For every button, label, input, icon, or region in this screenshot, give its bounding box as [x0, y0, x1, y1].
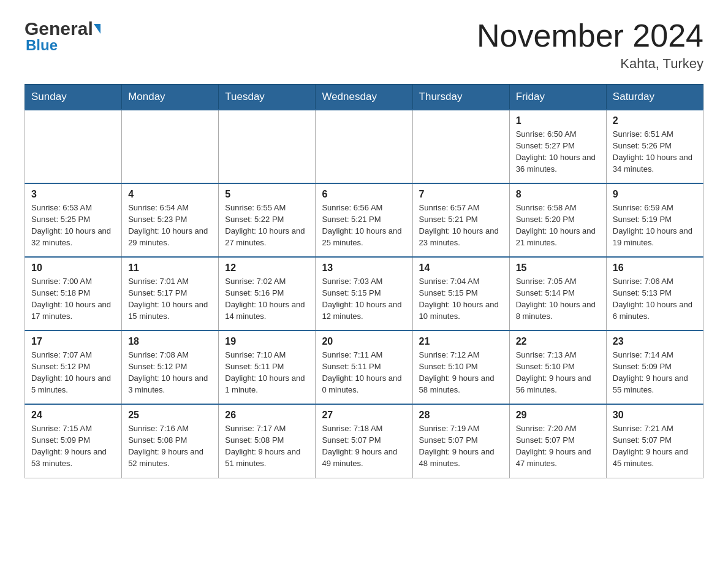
day-number: 2 — [613, 115, 697, 126]
day-number: 25 — [128, 410, 212, 421]
day-number: 7 — [419, 189, 503, 200]
calendar-cell: 9Sunrise: 6:59 AMSunset: 5:19 PMDaylight… — [606, 183, 703, 257]
cell-sun-info: Sunrise: 7:06 AMSunset: 5:13 PMDaylight:… — [613, 276, 697, 322]
calendar-cell: 2Sunrise: 6:51 AMSunset: 5:26 PMDaylight… — [606, 110, 703, 183]
calendar-cell: 26Sunrise: 7:17 AMSunset: 5:08 PMDayligh… — [219, 404, 316, 478]
week-row-5: 24Sunrise: 7:15 AMSunset: 5:09 PMDayligh… — [25, 404, 703, 478]
calendar-cell: 15Sunrise: 7:05 AMSunset: 5:14 PMDayligh… — [509, 257, 606, 331]
calendar-cell: 21Sunrise: 7:12 AMSunset: 5:10 PMDayligh… — [412, 331, 509, 404]
calendar-cell — [316, 110, 412, 183]
weekday-header-sunday: Sunday — [25, 85, 122, 110]
cell-sun-info: Sunrise: 7:15 AMSunset: 5:09 PMDaylight:… — [31, 423, 115, 469]
day-number: 1 — [516, 115, 600, 126]
day-number: 28 — [419, 410, 503, 421]
day-number: 4 — [128, 189, 212, 200]
cell-sun-info: Sunrise: 7:02 AMSunset: 5:16 PMDaylight:… — [225, 276, 309, 322]
cell-sun-info: Sunrise: 7:11 AMSunset: 5:11 PMDaylight:… — [322, 350, 406, 396]
title-area: November 2024 Kahta, Turkey — [477, 18, 703, 72]
day-number: 15 — [516, 262, 600, 274]
weekday-header-row: SundayMondayTuesdayWednesdayThursdayFrid… — [25, 85, 703, 110]
calendar-cell: 5Sunrise: 6:55 AMSunset: 5:22 PMDaylight… — [219, 183, 316, 257]
day-number: 10 — [31, 262, 115, 274]
calendar-cell: 8Sunrise: 6:58 AMSunset: 5:20 PMDaylight… — [509, 183, 606, 257]
day-number: 24 — [31, 410, 115, 421]
page-subtitle: Kahta, Turkey — [477, 56, 703, 72]
page-title: November 2024 — [477, 18, 703, 53]
calendar-cell: 22Sunrise: 7:13 AMSunset: 5:10 PMDayligh… — [509, 331, 606, 404]
logo-general-text: General — [25, 18, 93, 39]
calendar-cell: 6Sunrise: 6:56 AMSunset: 5:21 PMDaylight… — [316, 183, 412, 257]
day-number: 16 — [613, 262, 697, 274]
cell-sun-info: Sunrise: 6:51 AMSunset: 5:26 PMDaylight:… — [613, 129, 697, 175]
calendar-cell: 10Sunrise: 7:00 AMSunset: 5:18 PMDayligh… — [25, 257, 122, 331]
calendar-cell — [122, 110, 219, 183]
calendar-cell: 25Sunrise: 7:16 AMSunset: 5:08 PMDayligh… — [122, 404, 219, 478]
cell-sun-info: Sunrise: 7:10 AMSunset: 5:11 PMDaylight:… — [225, 350, 309, 396]
logo-blue-text: Blue — [26, 37, 58, 54]
calendar-cell: 13Sunrise: 7:03 AMSunset: 5:15 PMDayligh… — [316, 257, 412, 331]
calendar-cell: 7Sunrise: 6:57 AMSunset: 5:21 PMDaylight… — [412, 183, 509, 257]
cell-sun-info: Sunrise: 7:14 AMSunset: 5:09 PMDaylight:… — [613, 350, 697, 396]
cell-sun-info: Sunrise: 6:58 AMSunset: 5:20 PMDaylight:… — [516, 202, 600, 248]
logo: General Blue — [25, 18, 100, 54]
day-number: 9 — [613, 189, 697, 200]
day-number: 29 — [516, 410, 600, 421]
calendar-cell: 28Sunrise: 7:19 AMSunset: 5:07 PMDayligh… — [412, 404, 509, 478]
day-number: 22 — [516, 336, 600, 347]
day-number: 19 — [225, 336, 309, 347]
week-row-2: 3Sunrise: 6:53 AMSunset: 5:25 PMDaylight… — [25, 183, 703, 257]
cell-sun-info: Sunrise: 7:12 AMSunset: 5:10 PMDaylight:… — [419, 350, 503, 396]
calendar-cell — [219, 110, 316, 183]
calendar-cell: 30Sunrise: 7:21 AMSunset: 5:07 PMDayligh… — [606, 404, 703, 478]
day-number: 3 — [31, 189, 115, 200]
cell-sun-info: Sunrise: 6:50 AMSunset: 5:27 PMDaylight:… — [516, 129, 600, 175]
weekday-header-monday: Monday — [122, 85, 219, 110]
calendar-cell: 24Sunrise: 7:15 AMSunset: 5:09 PMDayligh… — [25, 404, 122, 478]
day-number: 5 — [225, 189, 309, 200]
week-row-1: 1Sunrise: 6:50 AMSunset: 5:27 PMDaylight… — [25, 110, 703, 183]
weekday-header-tuesday: Tuesday — [219, 85, 316, 110]
cell-sun-info: Sunrise: 7:20 AMSunset: 5:07 PMDaylight:… — [516, 423, 600, 469]
day-number: 11 — [128, 262, 212, 274]
cell-sun-info: Sunrise: 7:19 AMSunset: 5:07 PMDaylight:… — [419, 423, 503, 469]
cell-sun-info: Sunrise: 7:03 AMSunset: 5:15 PMDaylight:… — [322, 276, 406, 322]
header: General Blue November 2024 Kahta, Turkey — [25, 18, 703, 72]
day-number: 13 — [322, 262, 406, 274]
cell-sun-info: Sunrise: 6:56 AMSunset: 5:21 PMDaylight:… — [322, 202, 406, 248]
day-number: 14 — [419, 262, 503, 274]
cell-sun-info: Sunrise: 7:08 AMSunset: 5:12 PMDaylight:… — [128, 350, 212, 396]
calendar-cell: 12Sunrise: 7:02 AMSunset: 5:16 PMDayligh… — [219, 257, 316, 331]
calendar-cell: 4Sunrise: 6:54 AMSunset: 5:23 PMDaylight… — [122, 183, 219, 257]
cell-sun-info: Sunrise: 7:17 AMSunset: 5:08 PMDaylight:… — [225, 423, 309, 469]
calendar-cell: 16Sunrise: 7:06 AMSunset: 5:13 PMDayligh… — [606, 257, 703, 331]
calendar-cell: 17Sunrise: 7:07 AMSunset: 5:12 PMDayligh… — [25, 331, 122, 404]
cell-sun-info: Sunrise: 7:13 AMSunset: 5:10 PMDaylight:… — [516, 350, 600, 396]
calendar-cell: 14Sunrise: 7:04 AMSunset: 5:15 PMDayligh… — [412, 257, 509, 331]
cell-sun-info: Sunrise: 7:04 AMSunset: 5:15 PMDaylight:… — [419, 276, 503, 322]
cell-sun-info: Sunrise: 7:18 AMSunset: 5:07 PMDaylight:… — [322, 423, 406, 469]
calendar-cell: 11Sunrise: 7:01 AMSunset: 5:17 PMDayligh… — [122, 257, 219, 331]
calendar-cell: 20Sunrise: 7:11 AMSunset: 5:11 PMDayligh… — [316, 331, 412, 404]
day-number: 27 — [322, 410, 406, 421]
cell-sun-info: Sunrise: 7:21 AMSunset: 5:07 PMDaylight:… — [613, 423, 697, 469]
cell-sun-info: Sunrise: 7:16 AMSunset: 5:08 PMDaylight:… — [128, 423, 212, 469]
calendar-cell: 3Sunrise: 6:53 AMSunset: 5:25 PMDaylight… — [25, 183, 122, 257]
cell-sun-info: Sunrise: 7:00 AMSunset: 5:18 PMDaylight:… — [31, 276, 115, 322]
week-row-3: 10Sunrise: 7:00 AMSunset: 5:18 PMDayligh… — [25, 257, 703, 331]
cell-sun-info: Sunrise: 6:55 AMSunset: 5:22 PMDaylight:… — [225, 202, 309, 248]
day-number: 21 — [419, 336, 503, 347]
cell-sun-info: Sunrise: 7:01 AMSunset: 5:17 PMDaylight:… — [128, 276, 212, 322]
calendar-cell — [25, 110, 122, 183]
day-number: 17 — [31, 336, 115, 347]
day-number: 6 — [322, 189, 406, 200]
calendar-cell: 29Sunrise: 7:20 AMSunset: 5:07 PMDayligh… — [509, 404, 606, 478]
weekday-header-thursday: Thursday — [412, 85, 509, 110]
calendar-table: SundayMondayTuesdayWednesdayThursdayFrid… — [25, 84, 703, 478]
calendar-cell — [412, 110, 509, 183]
calendar-cell: 18Sunrise: 7:08 AMSunset: 5:12 PMDayligh… — [122, 331, 219, 404]
cell-sun-info: Sunrise: 6:53 AMSunset: 5:25 PMDaylight:… — [31, 202, 115, 248]
cell-sun-info: Sunrise: 6:57 AMSunset: 5:21 PMDaylight:… — [419, 202, 503, 248]
calendar-cell: 19Sunrise: 7:10 AMSunset: 5:11 PMDayligh… — [219, 331, 316, 404]
cell-sun-info: Sunrise: 7:07 AMSunset: 5:12 PMDaylight:… — [31, 350, 115, 396]
weekday-header-wednesday: Wednesday — [316, 85, 412, 110]
